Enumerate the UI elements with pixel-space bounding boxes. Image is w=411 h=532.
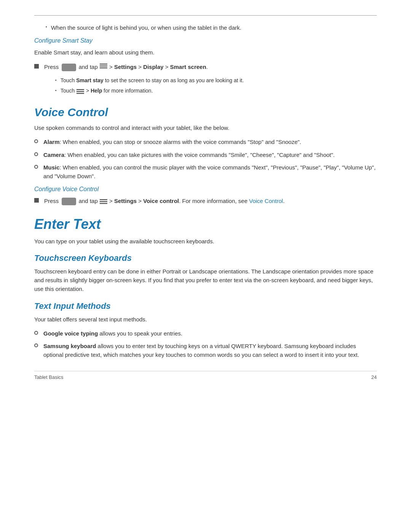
voice-control-item-camera: Camera: When enabled, you can take pictu… <box>34 150 377 159</box>
alarm-text: Alarm: When enabled, you can stop or sno… <box>43 137 301 146</box>
menu-icon-voice <box>99 198 109 204</box>
svg-rect-3 <box>76 89 84 90</box>
configure-press-content: Press and tap > Settings > Display > Sma… <box>44 62 208 71</box>
smart-stay-sub-text-2: Touch > Help for more information. <box>61 87 153 95</box>
voice-control-heading: Voice Control <box>34 106 377 119</box>
circle-bullet-icon-3 <box>34 165 38 169</box>
circle-bullet-icon-4 <box>34 331 38 335</box>
voice-press-button-icon <box>62 198 76 205</box>
svg-rect-2 <box>100 67 107 69</box>
circle-bullet-icon-5 <box>34 343 38 347</box>
configure-voice-control-section: Configure Voice Control Press and tap <box>34 186 377 205</box>
svg-rect-7 <box>100 201 107 202</box>
voice-control-list: Alarm: When enabled, you can stop or sno… <box>34 137 377 181</box>
menu-icon <box>99 64 109 70</box>
svg-rect-5 <box>76 93 84 94</box>
configure-smart-stay-intro: Enable Smart stay, and learn about using… <box>34 48 377 57</box>
smart-stay-sub-bullet-1: ▪ Touch Smart stay to set the screen to … <box>55 77 377 85</box>
music-text: Music: When enabled, you can control the… <box>43 163 377 181</box>
footer-right: 24 <box>371 374 377 380</box>
svg-rect-8 <box>100 203 107 204</box>
voice-control-intro: Use spoken commands to control and inter… <box>34 123 377 132</box>
samsung-keyboard-item: Samsung keyboard allows you to enter tex… <box>34 342 377 359</box>
smart-stay-sub-bullet-2: ▪ Touch > Help for more information. <box>55 87 377 95</box>
square-bullet-icon-2 <box>34 198 39 203</box>
smart-stay-sub-text-1: Touch Smart stay to set the screen to st… <box>61 77 244 85</box>
press-text1: and tap <box>79 64 99 70</box>
touchscreen-keyboards-body: Touchscreen keyboard entry can be done i… <box>34 267 377 294</box>
configure-press-item: Press and tap > Settings > Display > Sma… <box>34 62 377 71</box>
configure-smart-stay-section: Configure Smart Stay Enable Smart stay, … <box>34 37 377 95</box>
circle-bullet-icon <box>34 139 38 143</box>
sub-bullet-triangle-icon-2: ▪ <box>55 87 57 94</box>
sub-bullet-triangle-icon: ▪ <box>55 77 57 83</box>
voice-control-item-music: Music: When enabled, you can control the… <box>34 163 377 181</box>
voice-press-label: Press <box>44 198 59 204</box>
svg-rect-0 <box>100 64 107 65</box>
touchscreen-keyboards-heading: Touchscreen Keyboards <box>34 253 377 263</box>
voice-control-press-item: Press and tap > Settings > Voice control… <box>34 197 377 205</box>
press-text2: > Settings > Display > Smart screen. <box>109 64 208 70</box>
top-bullet-item: ▪ When the source of light is behind you… <box>46 23 377 32</box>
configure-smart-stay-heading: Configure Smart Stay <box>34 37 377 44</box>
press-label: Press <box>44 64 59 70</box>
voice-control-item-alarm: Alarm: When enabled, you can stop or sno… <box>34 137 377 146</box>
samsung-keyboard-text: Samsung keyboard allows you to enter tex… <box>43 342 377 359</box>
page-footer: Tablet Basics 24 <box>34 371 377 380</box>
svg-rect-6 <box>100 199 107 200</box>
voice-control-press-content: Press and tap > Settings > Voice control… <box>44 197 285 205</box>
google-voice-typing-item: Google voice typing allows you to speak … <box>34 329 377 338</box>
footer-left: Tablet Basics <box>34 374 64 380</box>
menu-icon-inline <box>76 88 86 94</box>
top-bullet-text: When the source of light is behind you, … <box>51 23 241 32</box>
sub-bullet-icon: ▪ <box>46 24 47 30</box>
enter-text-heading: Enter Text <box>34 216 377 232</box>
press-button-icon <box>62 64 76 71</box>
circle-bullet-icon-2 <box>34 152 38 156</box>
camera-text: Camera: When enabled, you can take pictu… <box>43 150 335 159</box>
text-input-methods-list: Google voice typing allows you to speak … <box>34 329 377 359</box>
period: . <box>283 198 285 204</box>
svg-rect-1 <box>100 66 107 67</box>
google-voice-text: Google voice typing allows you to speak … <box>43 329 182 338</box>
square-bullet-icon <box>34 64 39 69</box>
enter-text-intro: You can type on your tablet using the av… <box>34 237 377 246</box>
svg-rect-4 <box>76 91 84 92</box>
text-input-methods-heading: Text Input Methods <box>34 301 377 311</box>
voice-press-text1: and tap <box>79 198 99 204</box>
text-input-methods-intro: Your tablet offers several text input me… <box>34 315 377 324</box>
voice-press-text2: > Settings > Voice control. For more inf… <box>109 198 249 204</box>
voice-control-link[interactable]: Voice Control <box>249 198 283 204</box>
configure-voice-control-heading: Configure Voice Control <box>34 186 377 193</box>
